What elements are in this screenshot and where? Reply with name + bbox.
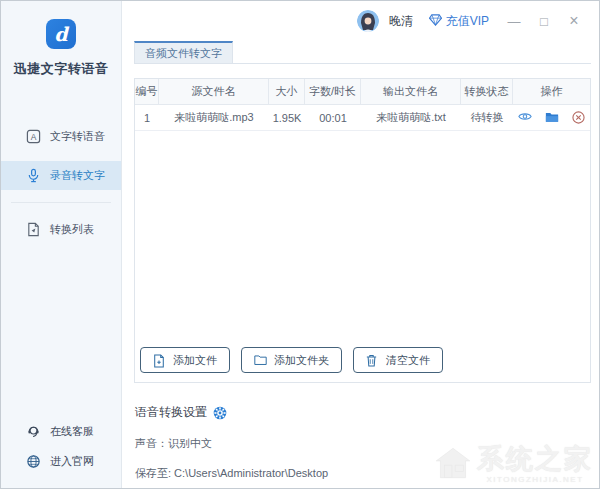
sidebar-nav: A 文字转语音 录音转文字 转换列表: [1, 122, 121, 244]
row-source-filename: 来啦萌萌哒.mp3: [159, 105, 269, 130]
row-status-badge: 待转换: [461, 105, 513, 130]
trash-icon: [366, 354, 379, 367]
preview-eye-icon[interactable]: [518, 111, 532, 125]
row-file-size: 1.95K: [269, 105, 305, 130]
file-plus-icon: [153, 354, 166, 367]
sidebar-footer: 在线客服 进入官网: [1, 416, 121, 476]
gem-icon: [429, 12, 442, 30]
sidebar-item-label: 录音转文字: [50, 168, 105, 183]
window-controls: — □ ×: [507, 13, 581, 29]
sidebar-item-label: 在线客服: [50, 424, 94, 439]
conversion-list-icon: [26, 222, 41, 237]
add-file-label: 添加文件: [173, 353, 217, 368]
settings-title: 语音转换设置: [135, 404, 207, 421]
user-avatar[interactable]: [357, 10, 379, 32]
sidebar: d 迅捷文字转语音 A 文字转语音 录音转文字 转换列表: [1, 1, 122, 488]
tab-audio-file-to-text[interactable]: 音频文件转文字: [134, 41, 233, 63]
sidebar-divider: [11, 202, 111, 203]
sidebar-item-official-website[interactable]: 进入官网: [1, 446, 121, 476]
add-file-button[interactable]: 添加文件: [140, 347, 230, 373]
microphone-icon: [26, 168, 41, 183]
sidebar-item-label: 转换列表: [50, 222, 94, 237]
main-panel: 晚清 充值VIP — □ × 音频文件转文字 编号 源文件名 大小 字数/时长: [122, 1, 599, 488]
delete-circle-x-icon[interactable]: [572, 111, 586, 125]
column-header-status: 转换状态: [461, 79, 513, 104]
row-duration: 00:01: [305, 105, 361, 130]
folder-plus-icon: [254, 354, 267, 367]
table-header-row: 编号 源文件名 大小 字数/时长 输出文件名 转换状态 操作: [135, 79, 590, 105]
row-output-filename: 来啦萌萌哒.txt: [361, 105, 461, 130]
sidebar-item-online-support[interactable]: 在线客服: [1, 416, 121, 446]
column-header-size: 大小: [269, 79, 305, 104]
username-label[interactable]: 晚清: [389, 13, 413, 30]
file-actions: 添加文件 添加文件夹 清空文件: [135, 347, 590, 382]
column-header-output: 输出文件名: [361, 79, 461, 104]
add-folder-button[interactable]: 添加文件夹: [241, 347, 342, 373]
tab-bar: 音频文件转文字: [134, 41, 591, 64]
row-index: 1: [135, 105, 159, 130]
column-header-duration: 字数/时长: [305, 79, 361, 104]
svg-text:A: A: [31, 132, 37, 142]
clear-files-label: 清空文件: [386, 353, 430, 368]
minimize-button[interactable]: —: [507, 15, 521, 28]
vip-label: 充值VIP: [446, 13, 489, 30]
conversion-settings: 语音转换设置: [134, 404, 591, 481]
column-header-source: 源文件名: [159, 79, 269, 104]
sidebar-item-label: 进入官网: [50, 454, 94, 469]
customer-service-icon: [26, 424, 41, 439]
title-bar: 晚清 充值VIP — □ ×: [134, 1, 591, 41]
save-path-line: 保存至: C:\Users\Administrator\Desktop: [135, 466, 591, 481]
sidebar-item-label: 文字转语音: [50, 129, 105, 144]
file-table: 编号 源文件名 大小 字数/时长 输出文件名 转换状态 操作 1 来啦萌萌哒.m…: [134, 78, 591, 383]
gear-icon[interactable]: [213, 406, 227, 420]
text-to-speech-icon: A: [26, 129, 41, 144]
app-window: d 迅捷文字转语音 A 文字转语音 录音转文字 转换列表: [0, 0, 600, 489]
open-folder-icon[interactable]: [545, 111, 559, 125]
column-header-index: 编号: [135, 79, 159, 104]
column-header-operation: 操作: [513, 79, 590, 104]
table-empty-area: [135, 131, 590, 347]
row-operations: [513, 105, 590, 130]
app-logo-icon: d: [46, 19, 76, 49]
app-title: 迅捷文字转语音: [1, 60, 121, 78]
sidebar-item-conversion-list[interactable]: 转换列表: [1, 215, 121, 244]
recharge-vip-button[interactable]: 充值VIP: [429, 12, 489, 30]
voice-setting-line: 声音：识别中文: [135, 436, 591, 451]
clear-files-button[interactable]: 清空文件: [353, 347, 443, 373]
sidebar-item-recording-to-text[interactable]: 录音转文字: [1, 161, 121, 190]
sidebar-item-text-to-speech[interactable]: A 文字转语音: [1, 122, 121, 151]
website-globe-icon: [26, 454, 41, 469]
maximize-button[interactable]: □: [537, 15, 551, 28]
add-folder-label: 添加文件夹: [274, 353, 329, 368]
close-button[interactable]: ×: [567, 13, 581, 29]
table-row[interactable]: 1 来啦萌萌哒.mp3 1.95K 00:01 来啦萌萌哒.txt 待转换: [135, 105, 590, 131]
